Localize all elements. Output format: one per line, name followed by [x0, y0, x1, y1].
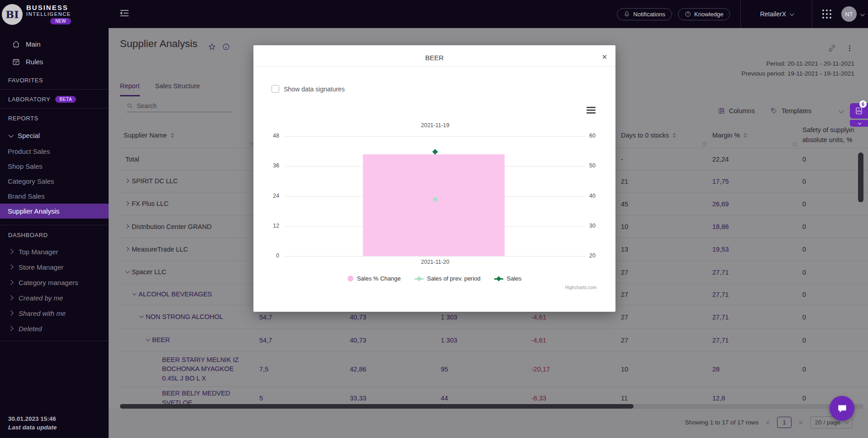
topbar: Notifications Knowledge RetailerX NT [109, 0, 868, 28]
question-circle-icon [685, 11, 691, 17]
legend-label: Sales of prev. period [427, 275, 481, 282]
notification-count-badge: 6 [859, 100, 867, 108]
sidebar-item-label: Rules [26, 58, 43, 66]
notifications-button[interactable]: Notifications [617, 8, 672, 20]
show-data-signatures-checkbox[interactable]: Show data signatures [272, 85, 345, 93]
marker-sales[interactable] [432, 149, 438, 155]
right-axis-tick: 30 [589, 223, 596, 229]
sidebar-item-shared-with-me[interactable]: Shared with me [0, 305, 109, 321]
profile-menu-chevron[interactable] [857, 10, 868, 18]
sidebar-item-product-sales[interactable]: Product Sales [0, 144, 109, 159]
section-dashboard: DASHBOARD [0, 225, 109, 244]
chevron-right-icon [8, 249, 13, 254]
avatar[interactable]: NT [841, 6, 857, 22]
right-axis-tick: 40 [589, 193, 596, 199]
legend-item-sales-of-prev-period[interactable]: Sales of prev. period [415, 275, 481, 282]
sidebar-item-store-manager[interactable]: Store Manager [0, 259, 109, 275]
sidebar-item-rules[interactable]: Rules [0, 53, 109, 71]
chart-legend: Sales % ChangeSales of prev. periodSales [253, 275, 615, 282]
calendar-icon [12, 58, 20, 66]
legend-item-sales[interactable]: Sales [494, 275, 522, 282]
logo-icon: BI [2, 4, 23, 25]
chevron-down-icon [9, 132, 14, 137]
last-update-caption: Last data update [8, 424, 57, 431]
close-icon[interactable]: ✕ [601, 53, 607, 61]
sidebar-item-shop-sales[interactable]: Shop Sales [0, 159, 109, 174]
legend-label: Sales [507, 275, 522, 282]
x-axis-bottom-label: 2021-11-20 [408, 259, 463, 265]
sidebar: BI BUSINESS INTELLIGENCE NEW Main Rules … [0, 0, 109, 438]
knowledge-button[interactable]: Knowledge [678, 8, 730, 20]
apps-grid-icon[interactable] [812, 10, 841, 19]
divider [0, 341, 109, 341]
sidebar-item-deleted[interactable]: Deleted [0, 321, 109, 336]
sidebar-item-category-sales[interactable]: Category Sales [0, 174, 109, 189]
sidebar-item-label: Main [26, 40, 41, 48]
left-axis-tick: 12 [258, 223, 279, 229]
tenant-selector[interactable]: RetailerX [741, 10, 812, 18]
menu-fold-icon [120, 10, 129, 17]
right-axis-tick: 60 [589, 133, 596, 139]
section-reports: REPORTS [0, 109, 109, 127]
sidebar-item-brand-sales[interactable]: Brand Sales [0, 189, 109, 204]
marker-sales-of-prev-period[interactable] [433, 197, 438, 202]
chevron-down-icon [858, 121, 861, 124]
chevron-right-icon [8, 280, 13, 285]
report-panel-button[interactable]: 6 [850, 103, 868, 119]
reports-group-special[interactable]: Special [0, 127, 109, 144]
sidebar-item-category-managers[interactable]: Category managers [0, 275, 109, 290]
legend-marker [494, 276, 503, 281]
chat-icon [836, 403, 848, 414]
new-badge: NEW [50, 18, 71, 24]
right-axis-tick: 50 [589, 162, 596, 169]
modal-title: BEER [253, 54, 615, 62]
chevron-right-icon [8, 264, 13, 269]
section-favorites[interactable]: FAVORITES [0, 71, 109, 89]
chevron-down-icon [860, 12, 865, 16]
chevron-right-icon [8, 326, 13, 331]
sidebar-collapse-button[interactable] [120, 10, 129, 19]
chat-bubble-button[interactable] [830, 396, 854, 421]
chevron-right-icon [8, 310, 13, 315]
gridline [285, 136, 585, 137]
sidebar-item-supplier-analysis[interactable]: Supplier Analysis [0, 204, 109, 219]
chart-context-menu-button[interactable] [587, 107, 596, 115]
left-axis-tick: 0 [258, 252, 279, 259]
bar-sales-percent-change[interactable] [363, 154, 505, 256]
beta-badge: BETA [55, 96, 76, 103]
gridline [285, 256, 585, 257]
brand-line2: INTELLIGENCE [26, 12, 71, 17]
app-logo[interactable]: BI BUSINESS INTELLIGENCE NEW [0, 0, 109, 29]
sidebar-item-top-manager[interactable]: Top Manager [0, 244, 109, 259]
left-axis-tick: 36 [258, 162, 279, 169]
legend-marker [348, 276, 353, 281]
x-axis-top-label: 2021-11-19 [408, 122, 463, 129]
sidebar-item-created-by-me[interactable]: Created by me [0, 290, 109, 305]
panel-expand-button[interactable] [850, 120, 868, 127]
chevron-down-icon [790, 11, 794, 16]
legend-item-sales-change[interactable]: Sales % Change [348, 275, 401, 282]
brand-line1: BUSINESS [26, 4, 71, 11]
legend-marker [415, 276, 424, 281]
chevron-right-icon [8, 295, 13, 300]
chart-doc-icon [855, 107, 863, 115]
legend-label: Sales % Change [357, 275, 401, 282]
last-data-update: 30.01.2023 15:46 Last data update [8, 415, 57, 431]
checkbox[interactable] [272, 85, 279, 93]
chart-modal: BEER ✕ Show data signatures 486036502440… [253, 45, 615, 312]
bell-icon [624, 11, 630, 17]
highcharts-credit: Highcharts.com [565, 285, 596, 290]
left-axis-tick: 48 [258, 133, 279, 139]
left-axis-tick: 24 [258, 193, 279, 199]
sidebar-item-main[interactable]: Main [0, 35, 109, 53]
home-icon [12, 40, 20, 48]
last-update-time: 30.01.2023 15:46 [8, 415, 57, 422]
section-laboratory[interactable]: LABORATORY BETA [0, 90, 109, 108]
right-axis-tick: 20 [589, 252, 596, 259]
